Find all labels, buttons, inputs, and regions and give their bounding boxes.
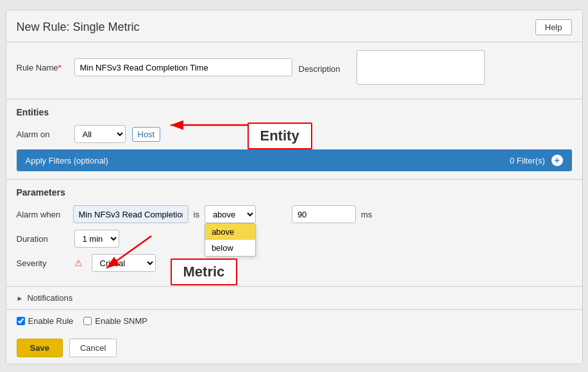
add-filter-icon[interactable]: + (551, 155, 563, 166)
enable-snmp-checkbox[interactable] (83, 317, 92, 325)
enable-section: Enable Rule Enable SNMP (6, 310, 582, 332)
enable-rule-label[interactable]: Enable Rule (17, 316, 74, 326)
description-label: Description (299, 61, 350, 74)
condition-dropdown-popup: above below (205, 223, 256, 257)
filters-count: 0 Filter(s) (510, 156, 545, 165)
metric-input[interactable] (73, 205, 189, 223)
parameters-title: Parameters (17, 187, 572, 198)
entities-title: Entities (17, 107, 572, 117)
severity-label: Severity (17, 258, 68, 268)
required-star: * (58, 63, 62, 72)
duration-select[interactable]: 1 min 5 min 10 min 15 min (74, 230, 119, 248)
enable-snmp-label[interactable]: Enable SNMP (83, 316, 147, 326)
notifications-row[interactable]: ► Notifications (17, 293, 572, 303)
notifications-section: ► Notifications (6, 287, 582, 309)
threshold-input[interactable] (292, 205, 356, 223)
option-below[interactable]: below (205, 240, 255, 256)
rule-name-label: Rule Name* (17, 63, 68, 72)
rule-name-row: Rule Name* Description (17, 50, 572, 85)
entities-section: Entities Alarm on All Host Entity (6, 99, 582, 179)
duration-row: Duration 1 min 5 min 10 min 15 min (17, 230, 572, 248)
chevron-right-icon: ► (17, 294, 24, 302)
condition-select[interactable]: above below (205, 205, 256, 223)
alarm-when-row: Alarm when is above below above below ms (17, 205, 572, 223)
alarm-on-label: Alarm on (17, 130, 68, 139)
description-input[interactable] (357, 50, 485, 85)
footer-buttons: Save Cancel (6, 332, 582, 364)
enable-rule-checkbox[interactable] (17, 317, 25, 325)
rule-name-section: Rule Name* Description (6, 42, 582, 99)
unit-label: ms (361, 210, 372, 219)
condition-dropdown-container: above below above below (205, 205, 256, 223)
host-tag[interactable]: Host (132, 127, 161, 142)
alarm-when-label: Alarm when (17, 210, 68, 219)
dialog-header: New Rule: Single Metric Help (6, 10, 582, 42)
rule-name-input[interactable] (74, 58, 292, 76)
apply-filters-label: Apply Filters (optional) (26, 156, 108, 165)
option-above[interactable]: above (205, 224, 255, 240)
notifications-label: Notifications (27, 293, 72, 303)
critical-icon: ⚠ (74, 258, 83, 268)
is-label: is (194, 210, 199, 219)
alarm-on-select[interactable]: All (74, 125, 126, 143)
parameters-section: Parameters Alarm when is above below abo… (6, 180, 582, 286)
severity-row: Severity ⚠ Critical Major Minor Warning (17, 254, 572, 272)
entity-callout: Entity (248, 123, 312, 149)
duration-label: Duration (17, 234, 68, 244)
save-button[interactable]: Save (17, 339, 63, 357)
help-button[interactable]: Help (535, 19, 572, 35)
apply-filters-bar[interactable]: Apply Filters (optional) 0 Filter(s) + (17, 149, 572, 171)
new-rule-dialog: New Rule: Single Metric Help Rule Name* … (6, 10, 583, 364)
cancel-button[interactable]: Cancel (69, 339, 117, 357)
entities-row: Alarm on All Host Entity (17, 125, 572, 143)
severity-select[interactable]: Critical Major Minor Warning (92, 254, 156, 272)
filters-count-area: 0 Filter(s) + (510, 155, 563, 166)
dialog-title: New Rule: Single Metric (17, 21, 140, 34)
